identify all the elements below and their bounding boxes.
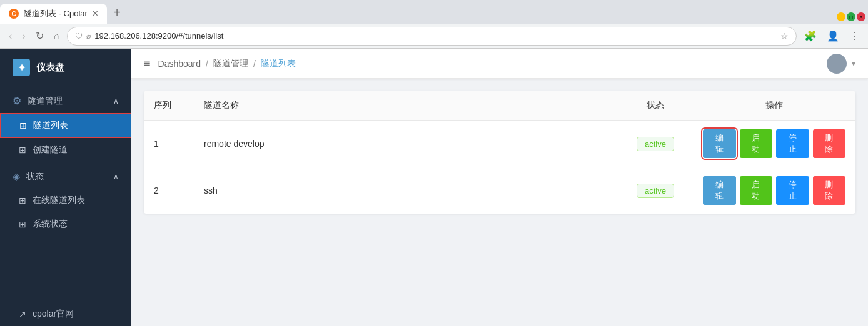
breadcrumb-current: 隧道列表 — [261, 58, 296, 69]
app-layout: ✦ 仪表盘 ⚙ 隧道管理 ∧ ⊞ 隧道列表 ⊞ 创建隧道 — [0, 49, 868, 326]
tab-bar: C 隧道列表 - Cpolar × + − □ × — [0, 0, 868, 24]
sidebar-section-tunnel-label: 隧道管理 — [28, 96, 63, 107]
main-content: ≡ Dashboard / 隧道管理 / 隧道列表 ▾ — [131, 49, 868, 326]
col-header-status: 状态 — [618, 91, 693, 121]
tunnel-section-chevron: ∧ — [113, 97, 119, 106]
sidebar-section-status: ◈ 状态 ∧ ⊞ 在线隧道列表 ⊞ 系统状态 — [0, 164, 131, 236]
tunnel-list-label: 隧道列表 — [33, 120, 68, 131]
row1-status-badge: active — [637, 137, 674, 151]
sidebar-logo: ✦ 仪表盘 — [0, 49, 131, 86]
page-content: 序列 隧道名称 状态 操作 1 remote develop — [131, 79, 868, 326]
sidebar-item-create-tunnel[interactable]: ⊞ 创建隧道 — [0, 138, 131, 162]
breadcrumb-sep2: / — [253, 59, 256, 69]
sidebar-item-cpolar-website[interactable]: ↗ cpolar官网 — [0, 302, 131, 326]
security-icon: 🛡 — [75, 32, 83, 41]
tab-title: 隧道列表 - Cpolar — [24, 8, 88, 19]
active-tab[interactable]: C 隧道列表 - Cpolar × — [0, 4, 107, 24]
sidebar-toggle-icon[interactable]: ≡ — [144, 57, 151, 70]
system-status-label: 系统状态 — [33, 219, 68, 230]
breadcrumb-sep1: / — [206, 59, 208, 69]
cpolar-website-label: cpolar官网 — [33, 309, 74, 320]
home-button[interactable]: ⌂ — [51, 29, 63, 43]
row2-edit-button[interactable]: 编辑 — [703, 176, 736, 205]
row2-start-button[interactable]: 启动 — [740, 176, 773, 205]
row1-edit-button[interactable]: 编辑 — [703, 129, 736, 158]
row1-name: remote develop — [194, 121, 618, 167]
logo-icon: ✦ — [13, 59, 30, 76]
row1-action-buttons: 编辑 启动 停止 删除 — [703, 129, 845, 158]
table-header-row: 序列 隧道名称 状态 操作 — [144, 91, 855, 121]
sidebar-section-status-label: 状态 — [26, 171, 44, 182]
row1-stop-button[interactable]: 停止 — [776, 129, 809, 158]
row2-action-buttons: 编辑 启动 停止 删除 — [703, 176, 845, 205]
row2-name: ssh — [194, 167, 618, 214]
refresh-button[interactable]: ↻ — [33, 29, 46, 43]
sidebar-section-tunnel: ⚙ 隧道管理 ∧ ⊞ 隧道列表 ⊞ 创建隧道 — [0, 89, 131, 162]
breadcrumb: Dashboard / 隧道管理 / 隧道列表 — [158, 58, 296, 69]
new-tab-button[interactable]: + — [107, 4, 127, 21]
row2-status-cell: active — [618, 167, 693, 214]
close-window-button[interactable]: × — [857, 12, 865, 21]
create-tunnel-icon: ⊞ — [19, 145, 26, 155]
breadcrumb-parent[interactable]: 隧道管理 — [213, 58, 248, 69]
table-row: 1 remote develop active 编辑 启动 停止 — [144, 121, 855, 167]
row2-status-badge: active — [637, 184, 674, 198]
back-button[interactable]: ‹ — [6, 29, 14, 43]
external-link-icon: ↗ — [19, 309, 26, 319]
row2-stop-button[interactable]: 停止 — [776, 176, 809, 205]
sidebar-item-system-status[interactable]: ⊞ 系统状态 — [0, 212, 131, 236]
tunnel-mgmt-icon: ⚙ — [13, 95, 21, 107]
sidebar: ✦ 仪表盘 ⚙ 隧道管理 ∧ ⊞ 隧道列表 ⊞ 创建隧道 — [0, 49, 131, 326]
row1-delete-button[interactable]: 删除 — [813, 129, 846, 158]
online-tunnels-label: 在线隧道列表 — [33, 195, 85, 206]
sidebar-item-online-tunnels[interactable]: ⊞ 在线隧道列表 — [0, 189, 131, 212]
create-tunnel-label: 创建隧道 — [33, 144, 68, 156]
status-section-icon: ◈ — [13, 170, 20, 182]
sidebar-item-tunnel-list[interactable]: ⊞ 隧道列表 — [0, 113, 131, 138]
top-bar: ≡ Dashboard / 隧道管理 / 隧道列表 ▾ — [131, 49, 868, 79]
user-profile-icon[interactable]: 👤 — [824, 29, 842, 43]
col-header-name: 隧道名称 — [194, 91, 618, 121]
logo-text: 仪表盘 — [36, 62, 64, 74]
user-avatar[interactable] — [827, 54, 847, 74]
col-header-seq: 序列 — [144, 91, 194, 121]
address-bar-row: ‹ › ↻ ⌂ 🛡 ⌀ 192.168.206.128:9200/#/tunne… — [0, 24, 868, 49]
row2-actions-cell: 编辑 启动 停止 删除 — [693, 167, 855, 214]
tab-favicon: C — [9, 9, 19, 19]
sidebar-section-status-header[interactable]: ◈ 状态 ∧ — [0, 164, 131, 189]
address-bar[interactable]: 🛡 ⌀ 192.168.206.128:9200/#/tunnels/list … — [67, 27, 797, 46]
bookmark-icon[interactable]: ☆ — [780, 31, 789, 41]
row2-delete-button[interactable]: 删除 — [813, 176, 846, 205]
menu-icon[interactable]: ⋮ — [847, 29, 862, 43]
breadcrumb-home[interactable]: Dashboard — [158, 59, 201, 69]
row2-seq: 2 — [144, 167, 194, 214]
system-status-icon: ⊞ — [19, 219, 26, 229]
sidebar-section-tunnel-header[interactable]: ⚙ 隧道管理 ∧ — [0, 89, 131, 113]
row1-actions-cell: 编辑 启动 停止 删除 — [693, 121, 855, 167]
row1-start-button[interactable]: 启动 — [740, 129, 773, 158]
status-section-chevron: ∧ — [113, 172, 119, 181]
tunnel-table-wrapper: 序列 隧道名称 状态 操作 1 remote develop — [144, 91, 855, 214]
lock-icon: ⌀ — [86, 32, 91, 41]
col-header-actions: 操作 — [693, 91, 855, 121]
url-text: 192.168.206.128:9200/#/tunnels/list — [94, 31, 773, 41]
maximize-button[interactable]: □ — [847, 12, 855, 21]
avatar-chevron[interactable]: ▾ — [852, 59, 855, 68]
avatar-area: ▾ — [827, 54, 855, 74]
close-tab-button[interactable]: × — [93, 9, 98, 19]
online-tunnels-icon: ⊞ — [19, 195, 26, 205]
table-row: 2 ssh active 编辑 启动 停止 — [144, 167, 855, 214]
tunnel-list-icon: ⊞ — [19, 121, 27, 131]
forward-button[interactable]: › — [19, 29, 28, 43]
row1-status-cell: active — [618, 121, 693, 167]
extensions-icon[interactable]: 🧩 — [802, 29, 819, 43]
row1-seq: 1 — [144, 121, 194, 167]
minimize-button[interactable]: − — [837, 12, 845, 21]
tunnel-table: 序列 隧道名称 状态 操作 1 remote develop — [144, 91, 855, 214]
